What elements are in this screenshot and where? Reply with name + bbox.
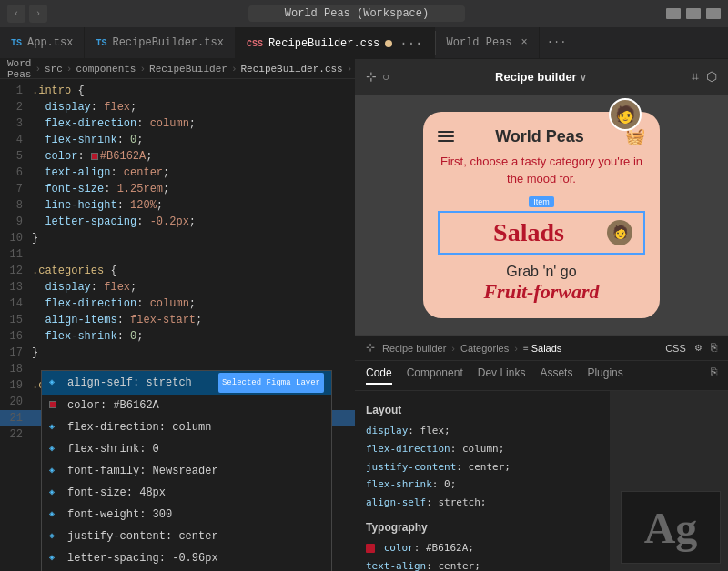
- code-content[interactable]: 1 .intro { 2 display: flex; 3 flex-direc…: [0, 79, 355, 571]
- code-line: 15 align-items: flex-start;: [0, 312, 355, 328]
- ac-item-font-family[interactable]: ◈ font-family: Newsreader: [42, 460, 331, 482]
- tab-world-peas-figma[interactable]: World Peas ×: [436, 27, 540, 58]
- tab-dev-links[interactable]: Dev Links: [478, 366, 526, 385]
- recipe-nav: World Peas 🧺: [438, 126, 645, 146]
- ag-preview: Ag: [610, 391, 728, 571]
- layout-props: display: flex; flex-direction: column; j…: [366, 422, 599, 512]
- tab-app[interactable]: TS App.tsx: [0, 27, 85, 58]
- tab-more-icon[interactable]: ···: [399, 36, 422, 51]
- copy-code-icon[interactable]: ⎘: [711, 366, 717, 379]
- code-line: 4 flex-shrink: 0;: [0, 132, 355, 148]
- figma-tab-icon: ⊹: [366, 341, 375, 355]
- ac-item-font-weight[interactable]: ◈ font-weight: 300: [42, 504, 331, 526]
- ag-typography-preview: Ag: [621, 491, 721, 564]
- tab-component[interactable]: Component: [407, 366, 463, 385]
- code-line: 16 flex-shrink: 0;: [0, 328, 355, 345]
- ac-prop-icon: ◈: [49, 462, 62, 480]
- tab-overflow[interactable]: ···: [540, 27, 574, 58]
- tab-recipebuilder-css[interactable]: CSS RecipeBuilder.css ···: [236, 27, 435, 58]
- tab-filename: World Peas: [447, 36, 512, 49]
- window-icons: [666, 8, 721, 19]
- tab-type-label: TS: [96, 38, 106, 48]
- tab-recipebuilder-ts[interactable]: TS RecipeBuilder.tsx: [85, 27, 235, 58]
- ac-item-color[interactable]: color: #B6162A: [42, 395, 331, 416]
- code-line: 1 .intro {: [0, 83, 355, 99]
- ac-prop-icon: ◈: [49, 374, 62, 392]
- ac-item-flex-direction[interactable]: ◈ flex-direction: column: [42, 416, 331, 438]
- ac-item-flex-shrink[interactable]: ◈ flex-shrink: 0: [42, 438, 331, 460]
- bc-recipe-builder[interactable]: Recipe builder: [382, 343, 446, 354]
- tab-filename: RecipeBuilder.css: [268, 37, 379, 50]
- figma-content: Layout display: flex; flex-direction: co…: [355, 391, 728, 571]
- item-badge: Item: [529, 196, 554, 207]
- css-label[interactable]: CSS: [665, 343, 686, 354]
- copy-icon[interactable]: ⎘: [711, 342, 717, 355]
- figma-external-icon[interactable]: ⬡: [706, 69, 717, 85]
- figma-panel: ⊹ ○ Recipe builder ∨ ⌗ ⬡ 🧑: [355, 59, 728, 571]
- figma-comment-icon[interactable]: ○: [382, 70, 389, 85]
- ac-item-letter-spacing[interactable]: ◈ letter-spacing: -0.96px: [42, 547, 331, 569]
- ac-color-icon: [49, 396, 62, 415]
- selected-badge: Selected Figma Layer: [218, 373, 324, 393]
- maximize-icon[interactable]: [686, 8, 701, 19]
- navigation-buttons[interactable]: ‹ ›: [7, 5, 47, 23]
- tab-assets[interactable]: Assets: [540, 366, 572, 385]
- tab-filename: App.tsx: [27, 36, 73, 49]
- figma-bottom-breadcrumb: ⊹ Recipe builder › Categories › ≡ Salads…: [355, 336, 728, 361]
- ac-item-font-size[interactable]: ◈ font-size: 48px: [42, 482, 331, 504]
- code-line: 5 color: #B6162A;: [0, 148, 355, 165]
- code-line: 10 }: [0, 230, 355, 246]
- ac-prop-icon: ◈: [49, 549, 62, 567]
- figma-tab-close[interactable]: ×: [521, 36, 528, 49]
- grab-n-go-text: Grab 'n' go: [506, 264, 576, 280]
- code-line: 17 }: [0, 345, 355, 361]
- title-bar: ‹ › World Peas (Workspace): [0, 0, 728, 27]
- tab-type-label: TS: [11, 38, 22, 48]
- salads-box[interactable]: Salads 🧑: [438, 211, 645, 255]
- tab-bar: TS App.tsx TS RecipeBuilder.tsx CSS Reci…: [0, 27, 728, 59]
- search-bar[interactable]: World Peas (Workspace): [55, 7, 659, 20]
- figma-properties: Layout display: flex; flex-direction: co…: [355, 391, 610, 571]
- code-line: 14 flex-direction: column;: [0, 296, 355, 312]
- code-line: 13 display: flex;: [0, 279, 355, 296]
- forward-button[interactable]: ›: [29, 5, 47, 23]
- ac-item-align-self[interactable]: ◈ align-self: stretch Selected Figma Lay…: [42, 371, 331, 395]
- ac-prop-icon: ◈: [49, 484, 62, 502]
- ac-prop-icon: ◈: [49, 506, 62, 524]
- settings-icon[interactable]: ⚙: [695, 341, 702, 355]
- bc-salads[interactable]: ≡ Salads: [523, 343, 561, 354]
- ac-prop-icon: ◈: [49, 440, 62, 458]
- tab-type-label: CSS: [247, 39, 263, 49]
- tab-plugins[interactable]: Plugins: [587, 366, 622, 385]
- tab-filename: RecipeBuilder.tsx: [112, 36, 223, 49]
- tab-code[interactable]: Code: [366, 366, 392, 385]
- code-editor: Word Peas › src › components › RecipeBui…: [0, 59, 355, 571]
- code-line: 11: [0, 246, 355, 263]
- recipe-title: World Peas: [495, 127, 584, 146]
- figma-cursor-icon[interactable]: ⊹: [366, 69, 377, 85]
- ac-prop-icon: ◈: [49, 527, 62, 546]
- figma-title: Recipe builder ∨: [397, 70, 684, 84]
- autocomplete-dropdown[interactable]: ◈ align-self: stretch Selected Figma Lay…: [41, 370, 332, 571]
- hamburger-menu[interactable]: [438, 131, 454, 142]
- figma-link-icon[interactable]: ⌗: [692, 70, 699, 85]
- main-content: Word Peas › src › components › RecipeBui…: [0, 59, 728, 571]
- typography-section-title: Typography: [366, 521, 599, 534]
- code-line: 12 .categories {: [0, 263, 355, 279]
- typography-props: color: #B6162A; text-align: center; /* H…: [366, 539, 599, 571]
- back-button[interactable]: ‹: [7, 5, 25, 23]
- code-line: 2 display: flex;: [0, 99, 355, 115]
- ac-prop-icon: ◈: [49, 418, 62, 436]
- close-icon[interactable]: [706, 8, 721, 19]
- code-line: 9 letter-spacing: -0.2px;: [0, 214, 355, 230]
- minimize-icon[interactable]: [666, 8, 681, 19]
- layout-section-title: Layout: [366, 404, 599, 416]
- ac-item-justify-content[interactable]: ◈ justify-content: center: [42, 526, 331, 547]
- unsaved-dot: [385, 40, 392, 47]
- fruit-forward-text: Fruit-forward: [483, 280, 599, 304]
- figma-canvas: 🧑 World Peas 🧺 First, choose a tasty cat…: [355, 95, 728, 335]
- color-swatch-prop: [366, 544, 375, 553]
- bc-categories[interactable]: Categories: [460, 343, 509, 354]
- avatar-salads: 🧑: [607, 220, 632, 245]
- salads-text: Salads: [450, 218, 607, 247]
